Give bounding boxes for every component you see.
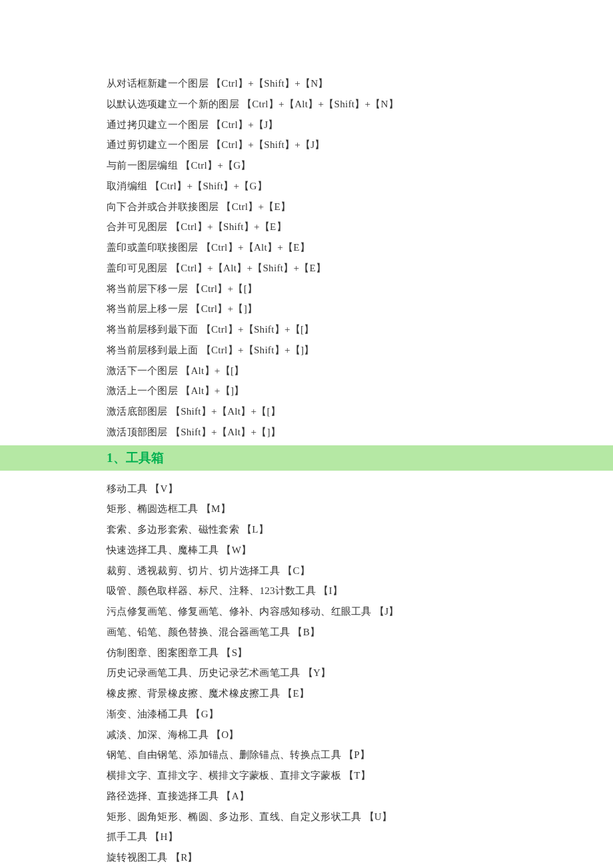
shortcut-line: 盖印可见图层 【Ctrl】+【Alt】+【Shift】+【E】 [107, 258, 613, 279]
shortcut-line: 以默认选项建立一个新的图层 【Ctrl】+【Alt】+【Shift】+【N】 [107, 94, 613, 115]
shortcut-line: 画笔、铅笔、颜色替换、混合器画笔工具 【B】 [107, 622, 613, 643]
shortcut-line: 激活底部图层 【Shift】+【Alt】+【[】 [107, 401, 613, 422]
shortcut-line: 向下合并或合并联接图层 【Ctrl】+【E】 [107, 197, 613, 217]
shortcut-line: 渐变、油漆桶工具 【G】 [107, 704, 613, 725]
shortcut-line: 橡皮擦、背景橡皮擦、魔术橡皮擦工具 【E】 [107, 683, 613, 704]
shortcut-line: 将当前层下移一层 【Ctrl】+【[】 [107, 279, 613, 299]
shortcut-line: 移动工具 【V】 [107, 479, 613, 499]
shortcut-line: 污点修复画笔、修复画笔、修补、内容感知移动、红眼工具 【J】 [107, 601, 613, 622]
section-header-toolbox: 1、工具箱 [0, 445, 613, 471]
shortcut-line: 快速选择工具、魔棒工具 【W】 [107, 540, 613, 561]
section-toolbox-shortcuts: 移动工具 【V】 矩形、椭圆选框工具 【M】 套索、多边形套索、磁性套索 【L】… [0, 479, 613, 868]
shortcut-line: 激活下一个图层 【Alt】+【[】 [107, 361, 613, 381]
shortcut-line: 与前一图层编组 【Ctrl】+【G】 [107, 155, 613, 176]
shortcut-line: 减淡、加深、海棉工具 【O】 [107, 725, 613, 745]
shortcut-line: 矩形、椭圆选框工具 【M】 [107, 499, 613, 519]
shortcut-line: 通过剪切建立一个图层 【Ctrl】+【Shift】+【J】 [107, 135, 613, 155]
shortcut-line: 矩形、圆角矩形、椭圆、多边形、直线、自定义形状工具 【U】 [107, 807, 613, 827]
shortcut-line: 横排文字、直排文字、横排文字蒙板、直排文字蒙板 【T】 [107, 765, 613, 786]
shortcut-line: 激活顶部图层 【Shift】+【Alt】+【]】 [107, 422, 613, 443]
shortcut-line: 将当前层移到最下面 【Ctrl】+【Shift】+【[】 [107, 319, 613, 340]
section-layer-shortcuts: 从对话框新建一个图层 【Ctrl】+【Shift】+【N】 以默认选项建立一个新… [0, 73, 613, 443]
shortcut-line: 合并可见图层 【Ctrl】+【Shift】+【E】 [107, 217, 613, 237]
shortcut-line: 将当前层移到最上面 【Ctrl】+【Shift】+【]】 [107, 340, 613, 361]
shortcut-line: 激活上一个图层 【Alt】+【]】 [107, 381, 613, 401]
shortcut-line: 通过拷贝建立一个图层 【Ctrl】+【J】 [107, 115, 613, 135]
shortcut-line: 抓手工具 【H】 [107, 827, 613, 847]
shortcut-line: 取消编组 【Ctrl】+【Shift】+【G】 [107, 176, 613, 197]
shortcut-line: 仿制图章、图案图章工具 【S】 [107, 643, 613, 663]
shortcut-line: 路径选择、直接选择工具 【A】 [107, 786, 613, 807]
shortcut-line: 从对话框新建一个图层 【Ctrl】+【Shift】+【N】 [107, 73, 613, 94]
shortcut-line: 裁剪、透视裁剪、切片、切片选择工具 【C】 [107, 561, 613, 581]
shortcut-line: 将当前层上移一层 【Ctrl】+【]】 [107, 299, 613, 319]
shortcut-line: 盖印或盖印联接图层 【Ctrl】+【Alt】+【E】 [107, 237, 613, 258]
shortcut-line: 吸管、颜色取样器、标尺、注释、123计数工具 【I】 [107, 581, 613, 601]
shortcut-line: 历史记录画笔工具、历史记录艺术画笔工具 【Y】 [107, 663, 613, 683]
shortcut-line: 套索、多边形套索、磁性套索 【L】 [107, 519, 613, 540]
shortcut-line: 钢笔、自由钢笔、添加锚点、删除锚点、转换点工具 【P】 [107, 745, 613, 765]
shortcut-line: 旋转视图工具 【R】 [107, 847, 613, 868]
